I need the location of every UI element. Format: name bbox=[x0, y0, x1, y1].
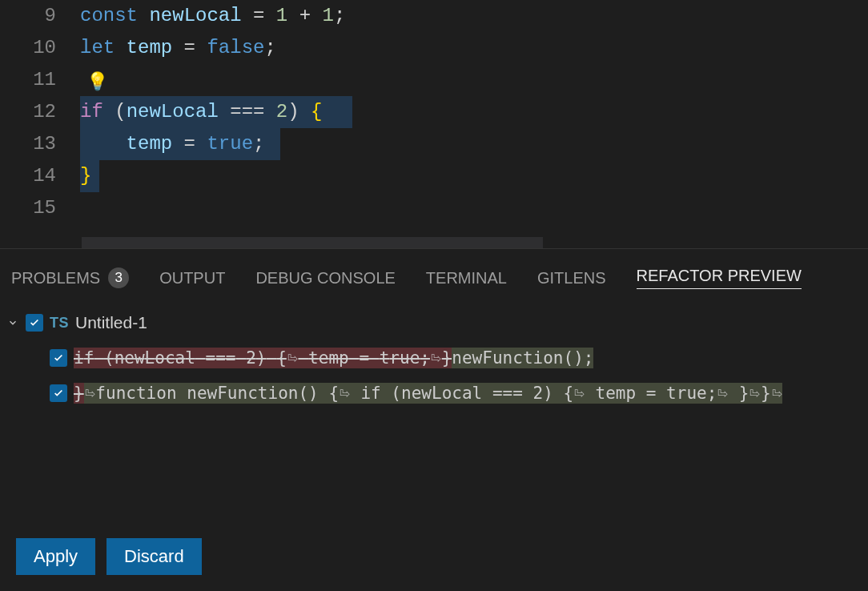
code-editor[interactable]: 9101112131415 💡 const newLocal = 1 + 1;l… bbox=[0, 0, 868, 248]
tab-debug-console[interactable]: DEBUG CONSOLE bbox=[255, 269, 395, 287]
chevron-down-icon[interactable] bbox=[6, 316, 19, 329]
bottom-panel: PROBLEMS 3 OUTPUT DEBUG CONSOLE TERMINAL… bbox=[0, 248, 868, 591]
code-line[interactable]: } bbox=[80, 160, 868, 192]
code-line[interactable]: temp = true; bbox=[80, 128, 868, 160]
file-row[interactable]: TS Untitled-1 bbox=[6, 305, 862, 340]
newline-glyph: ⏎ bbox=[573, 384, 585, 403]
file-checkbox[interactable] bbox=[26, 314, 43, 332]
newline-glyph: ⏎ bbox=[749, 384, 761, 403]
tab-problems[interactable]: PROBLEMS 3 bbox=[11, 267, 129, 288]
diff-text: if (newLocal === 2) {⏎ temp = true;⏎}new… bbox=[74, 348, 593, 368]
code-line[interactable]: const newLocal = 1 + 1; bbox=[80, 0, 868, 32]
code-line[interactable]: let temp = false; bbox=[80, 32, 868, 64]
tab-refactor-preview[interactable]: REFACTOR PREVIEW bbox=[637, 267, 802, 289]
change-row[interactable]: }⏎function newFunction() {⏎ if (newLocal… bbox=[6, 376, 862, 411]
code-line[interactable] bbox=[80, 64, 868, 96]
panel-tabs: PROBLEMS 3 OUTPUT DEBUG CONSOLE TERMINAL… bbox=[0, 255, 868, 302]
line-number: 14 bbox=[0, 160, 56, 192]
horizontal-scrollbar[interactable] bbox=[82, 237, 543, 248]
line-number: 11 bbox=[0, 64, 56, 96]
change-checkbox[interactable] bbox=[50, 349, 67, 367]
code-content[interactable]: 💡 const newLocal = 1 + 1;let temp = fals… bbox=[80, 0, 868, 224]
change-row[interactable]: if (newLocal === 2) {⏎ temp = true;⏎}new… bbox=[6, 340, 862, 376]
line-number-gutter: 9101112131415 bbox=[0, 0, 80, 224]
line-number: 12 bbox=[0, 96, 56, 128]
code-line[interactable]: if (newLocal === 2) { bbox=[80, 96, 868, 128]
diff-text: }⏎function newFunction() {⏎ if (newLocal… bbox=[74, 384, 782, 403]
newline-glyph: ⏎ bbox=[771, 384, 783, 403]
problems-count-badge: 3 bbox=[108, 267, 129, 288]
discard-button[interactable]: Discard bbox=[106, 538, 202, 575]
newline-glyph: ⏎ bbox=[84, 384, 96, 403]
tab-terminal[interactable]: TERMINAL bbox=[426, 269, 507, 287]
file-name: Untitled-1 bbox=[75, 313, 147, 332]
refactor-preview-body: TS Untitled-1 if (newLocal === 2) {⏎ tem… bbox=[0, 302, 868, 529]
tab-problems-label: PROBLEMS bbox=[11, 269, 100, 287]
typescript-file-icon: TS bbox=[50, 315, 69, 332]
line-number: 13 bbox=[0, 128, 56, 160]
panel-actions: Apply Discard bbox=[0, 529, 868, 591]
change-checkbox[interactable] bbox=[50, 384, 67, 402]
line-number: 9 bbox=[0, 0, 56, 32]
line-number: 15 bbox=[0, 192, 56, 224]
apply-button[interactable]: Apply bbox=[16, 538, 95, 575]
newline-glyph: ⏎ bbox=[287, 348, 299, 368]
tab-output[interactable]: OUTPUT bbox=[159, 269, 225, 287]
line-number: 10 bbox=[0, 32, 56, 64]
newline-glyph: ⏎ bbox=[717, 384, 729, 403]
newline-glyph: ⏎ bbox=[339, 384, 351, 403]
newline-glyph: ⏎ bbox=[430, 348, 442, 368]
tab-gitlens[interactable]: GITLENS bbox=[537, 269, 606, 287]
code-line[interactable] bbox=[80, 192, 868, 224]
